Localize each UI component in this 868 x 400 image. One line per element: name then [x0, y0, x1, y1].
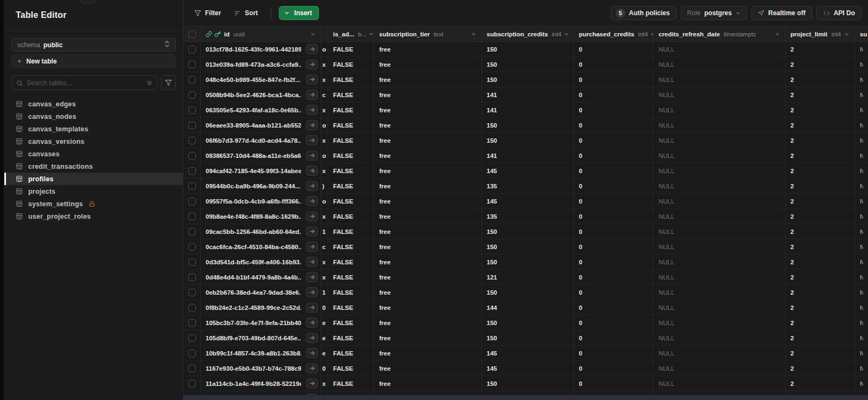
cell-clipped[interactable]: NU [855, 72, 868, 87]
cell-purchased-credits[interactable]: 0 [574, 300, 654, 315]
cell-id[interactable]: 09557f5a-0dcb-4cb9-a6fb-fff366... [201, 194, 321, 208]
cell-purchased-credits[interactable]: 0 [574, 133, 654, 148]
cell-purchased-credits[interactable]: 0 [574, 87, 654, 102]
cell-id[interactable]: 10b99c1f-4857-4c39-a8b1-263b8... [201, 346, 321, 360]
cell-subscription-credits[interactable]: 145 [482, 163, 574, 178]
expand-row-button[interactable] [306, 333, 318, 343]
cell-truncated[interactable]: e [321, 331, 328, 345]
cell-id[interactable]: 08386537-10d4-488a-a11e-eb5a6... [201, 148, 321, 163]
expand-row-button[interactable] [306, 150, 318, 161]
cell-project-limit[interactable]: 2 [786, 42, 855, 56]
cell-credits-refresh-date[interactable]: NULL [654, 209, 786, 224]
cell-purchased-credits[interactable]: 0 [574, 57, 654, 72]
row-checkbox[interactable] [188, 334, 196, 342]
cell-project-limit[interactable]: 2 [786, 57, 855, 72]
cell-subscription-credits[interactable]: 135 [482, 179, 574, 193]
row-checkbox[interactable] [188, 61, 196, 68]
cell-id[interactable]: 0508b94b-5ee2-4626-bca1-4bca... [201, 87, 321, 102]
cell-project-limit[interactable]: 2 [786, 103, 855, 117]
cell-clipped[interactable]: NU [855, 163, 868, 178]
schema-select[interactable]: schema public [11, 38, 176, 52]
cell-clipped[interactable]: NU [855, 209, 868, 224]
row-checkbox[interactable] [188, 122, 196, 129]
cell-is-admin[interactable]: FALSE [328, 315, 374, 330]
new-table-button[interactable]: + New table [11, 54, 176, 68]
cell-id[interactable]: 013e039a-fd89-473a-a3c6-ccfa9... [201, 57, 321, 72]
cell-truncated[interactable]: 0 [321, 361, 328, 376]
row-checkbox[interactable] [188, 91, 196, 99]
column-header-is-admin[interactable]: is_ad... b... [328, 27, 374, 41]
cell-purchased-credits[interactable]: 0 [574, 148, 654, 163]
cell-subscription-credits[interactable]: 150 [482, 255, 574, 269]
column-header-clipped[interactable]: su [855, 27, 868, 41]
cell-subscription-tier[interactable]: free [374, 285, 482, 300]
cell-project-limit[interactable]: 2 [786, 346, 855, 360]
cell-credits-refresh-date[interactable]: NULL [654, 179, 786, 193]
cell-subscription-credits[interactable]: 150 [482, 72, 574, 87]
cell-truncated[interactable]: x [321, 103, 328, 117]
row-checkbox[interactable] [188, 319, 196, 327]
cell-credits-refresh-date[interactable]: NULL [654, 42, 786, 56]
cell-credits-refresh-date[interactable]: NULL [654, 118, 786, 132]
cell-subscription-tier[interactable]: free [374, 87, 482, 102]
cell-credits-refresh-date[interactable]: NULL [654, 148, 786, 163]
cell-purchased-credits[interactable]: 0 [574, 361, 654, 376]
expand-row-button[interactable] [306, 105, 318, 115]
cell-clipped[interactable]: NU [855, 87, 868, 102]
cell-project-limit[interactable]: 2 [786, 300, 855, 315]
tables-filter-button[interactable] [161, 75, 176, 90]
cell-truncated[interactable]: x [321, 133, 328, 148]
sidebar-item-canvases[interactable]: canvases [4, 148, 183, 160]
expand-row-button[interactable] [306, 74, 318, 85]
cell-is-admin[interactable]: FALSE [328, 103, 374, 117]
cell-truncated[interactable]: x [321, 72, 328, 87]
column-menu-chevron-icon[interactable] [366, 31, 374, 37]
cell-truncated[interactable]: c [321, 239, 328, 254]
cell-id[interactable]: 0d48e4d4-b1bf-4479-9a8b-4a4b... [201, 270, 321, 284]
cell-purchased-credits[interactable]: 0 [574, 376, 654, 391]
column-header-credits-refresh-date[interactable]: credits_refresh_date timestamptz [654, 27, 786, 41]
sidebar-item-canvas_templates[interactable]: canvas_templates [4, 123, 183, 135]
cell-is-admin[interactable]: FALSE [328, 133, 374, 148]
cell-project-limit[interactable]: 2 [786, 133, 855, 148]
cell-truncated[interactable]: 0 [321, 300, 328, 315]
cell-credits-refresh-date[interactable]: NULL [654, 361, 786, 376]
cell-subscription-credits[interactable]: 150 [482, 224, 574, 239]
cell-clipped[interactable]: NU [855, 103, 868, 117]
cell-purchased-credits[interactable]: 0 [574, 270, 654, 284]
column-header-truncated[interactable] [321, 27, 328, 41]
column-header-id[interactable]: id uuid [201, 27, 321, 41]
cell-credits-refresh-date[interactable]: NULL [654, 133, 786, 148]
api-docs-button[interactable]: API Do [816, 6, 861, 20]
expand-row-button[interactable] [306, 226, 318, 237]
cell-subscription-tier[interactable]: free [374, 72, 482, 87]
cell-subscription-tier[interactable]: free [374, 163, 482, 178]
search-tables-input[interactable] [27, 79, 143, 87]
row-checkbox[interactable] [188, 258, 196, 266]
cell-purchased-credits[interactable]: 0 [574, 239, 654, 254]
cell-subscription-tier[interactable]: free [374, 103, 482, 117]
horizontal-scrollbar[interactable] [183, 395, 868, 400]
cell-id[interactable]: 048c4e50-b989-455e-847e-fb2f... [201, 72, 321, 87]
cell-truncated[interactable]: x [321, 255, 328, 269]
cell-id[interactable]: 013cf78d-1625-43fc-9961-442189... [201, 42, 321, 56]
cell-subscription-tier[interactable]: free [374, 239, 482, 254]
row-checkbox[interactable] [188, 380, 196, 388]
cell-project-limit[interactable]: 2 [786, 194, 855, 208]
cell-credits-refresh-date[interactable]: NULL [654, 331, 786, 345]
column-menu-chevron-icon[interactable] [773, 31, 780, 37]
cell-id[interactable]: 105d8bf9-e703-49bd-807d-645e... [201, 331, 321, 345]
expand-row-button[interactable] [306, 181, 318, 191]
expand-row-button[interactable] [306, 302, 318, 313]
expand-row-button[interactable] [306, 242, 318, 252]
expand-row-button[interactable] [306, 211, 318, 221]
cell-subscription-tier[interactable]: free [374, 300, 482, 315]
cell-subscription-tier[interactable]: free [374, 361, 482, 376]
cell-subscription-tier[interactable]: free [374, 376, 482, 391]
cell-subscription-tier[interactable]: free [374, 224, 482, 239]
cell-is-admin[interactable]: FALSE [328, 346, 374, 360]
cell-credits-refresh-date[interactable]: NULL [654, 315, 786, 330]
auth-policies-button[interactable]: 5 Auth policies [611, 6, 676, 20]
cell-credits-refresh-date[interactable]: NULL [654, 87, 786, 102]
cell-is-admin[interactable]: FALSE [328, 239, 374, 254]
